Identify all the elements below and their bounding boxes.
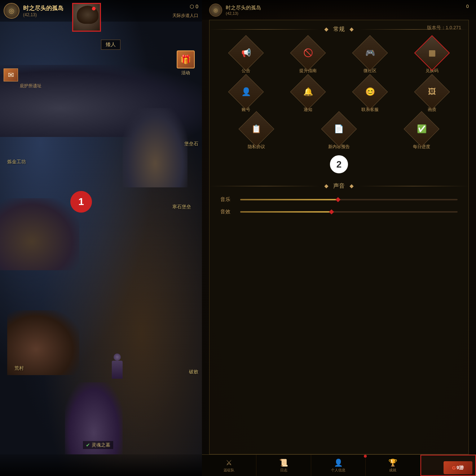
icon-quality[interactable]: 🖼 画质 (403, 79, 461, 113)
currency-bar: ⬡ 0 (190, 4, 198, 9)
currency-item-1: ⬡ 0 (190, 4, 198, 9)
icon-preview[interactable]: 📄 新内容预告 (299, 116, 378, 150)
left-panel: ◎ 时之尽头的孤岛 (42,13) ⬡ 0 天际步道人口 矮人 🎁 活动 ✉ 庇… (0, 0, 202, 476)
announcement-icon: 📢 (241, 48, 251, 58)
step-label: 天际步道人口 (172, 13, 198, 19)
personal-icon: 👤 (334, 458, 343, 467)
icon-notification[interactable]: 🔔 通知 (279, 79, 337, 113)
preview-icon: 📄 (334, 124, 344, 134)
icon-guide[interactable]: 🚫 提升指南 (279, 40, 337, 74)
location-coords: (42,13) (23, 12, 63, 17)
terrain-ruin (0, 198, 79, 270)
step-badge-1: 1 (70, 191, 92, 213)
tab-journal[interactable]: 📜 日志 (256, 455, 311, 476)
currency-icon-1: ⬡ (190, 4, 194, 9)
currency-value-1: 0 (195, 4, 198, 9)
section-normal-title: 常规 (333, 26, 345, 33)
section-diamond-left (324, 27, 328, 31)
map-icon[interactable]: ◎ (4, 3, 19, 19)
daily-diamond: ✅ (409, 116, 434, 142)
icon-grid-row1: 📢 公告 🚫 提升指南 🎮 微社区 (210, 37, 468, 77)
section-sound-header: 声音 (210, 177, 468, 193)
announcement-diamond: 📢 (233, 40, 259, 66)
tab-expedition[interactable]: ⚔ 远征队 (202, 455, 256, 476)
daily-icon: ✅ (417, 124, 427, 134)
character-avatar-box[interactable] (72, 3, 101, 32)
notification-icon: 🔔 (303, 87, 313, 97)
character-figure (112, 357, 123, 379)
soul-label-text: 灵魂之墓 (92, 442, 110, 448)
sound-diamond-left (324, 184, 328, 188)
badge-1-number: 1 (78, 196, 84, 208)
icon-privacy[interactable]: 📋 隐私协议 (217, 116, 296, 150)
icon-support[interactable]: 😊 联系客服 (341, 79, 399, 113)
music-slider[interactable] (240, 199, 458, 200)
location-name: 时之尽头的孤岛 (23, 5, 63, 12)
community-icon: 🎮 (365, 48, 375, 58)
tab-achievement[interactable]: 🏆 成就 (366, 455, 420, 476)
account-icon: 👤 (241, 87, 251, 97)
icon-grid-row3: 📋 隐私协议 📄 新内容预告 ✅ 每日进度 (210, 115, 468, 152)
music-slider-fill (240, 199, 338, 200)
shelter-label: 庇护所遗址 (20, 83, 41, 89)
character-status-dot (92, 7, 96, 10)
achievement-icon: 🏆 (388, 458, 397, 467)
icon-community[interactable]: 🎮 微社区 (341, 40, 399, 74)
left-bottom-decoration (0, 454, 202, 476)
sfx-label: 音效 (220, 209, 235, 215)
character-avatar (73, 4, 100, 31)
sfx-slider-row: 音效 (210, 206, 468, 218)
right-location-name: 时之尽头的孤岛 (226, 5, 261, 11)
gift-icon: 🎁 (177, 50, 195, 68)
icon-grid-row2: 👤 账号 🔔 通知 😊 联系客服 (210, 77, 468, 115)
settings-panel: 版本号：1.0.271 常规 📢 公告 🚫 (209, 20, 469, 454)
icon-announcement[interactable]: 📢 公告 (217, 40, 275, 74)
sound-section: 声音 音乐 音效 (210, 177, 468, 218)
right-topbar: ◎ 时之尽头的孤岛 (42,13) 0 (202, 0, 476, 20)
tab-personal[interactable]: 👤 个人信息 (311, 455, 366, 476)
privacy-icon: 📋 (251, 124, 261, 134)
jiuyou-badge: G 9游 (444, 461, 472, 474)
music-slider-thumb[interactable] (335, 197, 340, 202)
sound-line-right (358, 186, 468, 186)
badge-2-number: 2 (336, 159, 341, 170)
privacy-diamond: 📋 (244, 116, 269, 142)
preview-diamond: 📄 (326, 116, 352, 142)
notification-diamond: 🔔 (295, 79, 321, 104)
music-slider-row: 音乐 (210, 193, 468, 206)
char-body (112, 361, 123, 379)
icon-account[interactable]: 👤 账号 (217, 79, 275, 113)
support-icon: 😊 (365, 87, 375, 97)
guide-icon: 🚫 (303, 48, 313, 58)
account-diamond: 👤 (233, 79, 259, 104)
mail-icon[interactable]: ✉ (4, 68, 18, 81)
icon-daily[interactable]: ✅ 每日进度 (382, 116, 461, 150)
right-map-icon[interactable]: ◎ (209, 4, 222, 17)
section-diamond-right (349, 27, 353, 31)
icon-redeem[interactable]: ▦ 兑换码 (403, 40, 461, 74)
activity-button[interactable]: 🎁 活动 (177, 50, 195, 76)
redeem-diamond: ▦ (419, 40, 445, 66)
right-location-info: 时之尽头的孤岛 (42,13) (226, 5, 261, 15)
jiuyou-label: 9游 (457, 464, 464, 471)
guide-diamond: 🚫 (295, 40, 321, 66)
personal-label: 个人信息 (331, 468, 345, 473)
music-label: 音乐 (220, 196, 235, 203)
version-text: 版本号：1.0.271 (427, 25, 461, 31)
expedition-label: 远征队 (224, 468, 234, 473)
achievement-label: 成就 (389, 468, 396, 473)
sfx-slider-thumb[interactable] (329, 209, 334, 214)
activity-label: 活动 (181, 70, 190, 76)
sfx-slider[interactable] (240, 211, 458, 213)
npc-label[interactable]: 矮人 (101, 40, 120, 50)
jiuyou-g: G (452, 465, 456, 471)
section-line-left (210, 29, 319, 30)
right-currency-value: 0 (466, 4, 469, 9)
right-currency: 0 (466, 4, 469, 9)
right-panel: ◎ 时之尽头的孤岛 (42,13) 0 版本号：1.0.271 常规 📢 (202, 0, 476, 476)
terrain-village (7, 310, 79, 375)
section-sound-title: 声音 (333, 182, 345, 190)
soul-check-icon: ✔ (86, 442, 90, 448)
journal-icon: 📜 (279, 458, 288, 467)
left-topbar: ◎ 时之尽头的孤岛 (42,13) (0, 0, 202, 22)
